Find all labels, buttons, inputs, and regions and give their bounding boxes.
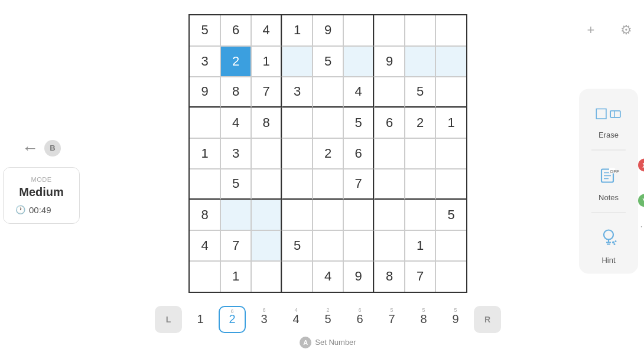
cell-r2-c1[interactable]: 8 [220, 77, 251, 107]
cell-r3-c2[interactable]: 8 [251, 107, 282, 138]
pad-number-3[interactable]: 63 [251, 306, 278, 333]
cell-r3-c3[interactable] [282, 107, 313, 138]
cell-r6-c0[interactable]: 8 [190, 200, 220, 230]
cell-r5-c8[interactable] [435, 169, 466, 200]
cell-r7-c0[interactable]: 4 [190, 230, 220, 261]
cell-r5-c2[interactable] [251, 169, 282, 200]
cell-r4-c7[interactable] [405, 138, 435, 169]
cell-r2-c4[interactable] [313, 77, 343, 107]
cell-r6-c4[interactable] [313, 200, 343, 230]
cell-r6-c3[interactable] [282, 200, 313, 230]
cell-r2-c5[interactable]: 4 [343, 77, 374, 107]
cell-r2-c6[interactable] [374, 77, 405, 107]
cell-r8-c0[interactable] [190, 261, 220, 292]
y-button[interactable]: Y [638, 194, 644, 207]
cell-r7-c4[interactable] [313, 230, 343, 261]
pad-number-5[interactable]: 25 [314, 306, 341, 333]
cell-r3-c5[interactable]: 5 [343, 107, 374, 138]
cell-r1-c5[interactable] [343, 46, 374, 77]
cell-r8-c8[interactable] [435, 261, 466, 292]
cell-r7-c6[interactable] [374, 230, 405, 261]
cell-r1-c3[interactable] [282, 46, 313, 77]
cell-r7-c7[interactable]: 1 [405, 230, 435, 261]
add-button[interactable]: + [578, 18, 603, 43]
cell-r8-c3[interactable] [282, 261, 313, 292]
cell-r6-c6[interactable] [374, 200, 405, 230]
cell-r0-c0[interactable]: 5 [190, 15, 220, 46]
hint-tool[interactable]: Hint [587, 223, 630, 264]
cell-r7-c8[interactable] [435, 230, 466, 261]
cell-r5-c1[interactable]: 5 [220, 169, 251, 200]
pad-number-8[interactable]: 58 [410, 306, 437, 333]
cell-r4-c5[interactable]: 6 [343, 138, 374, 169]
cell-r4-c6[interactable] [374, 138, 405, 169]
cell-r2-c0[interactable]: 9 [190, 77, 220, 107]
cell-r6-c2[interactable] [251, 200, 282, 230]
cell-r6-c8[interactable]: 5 [435, 200, 466, 230]
cell-r7-c3[interactable]: 5 [282, 230, 313, 261]
pad-number-2[interactable]: 62 [219, 306, 246, 333]
cell-r8-c7[interactable]: 7 [405, 261, 435, 292]
cell-r8-c2[interactable] [251, 261, 282, 292]
cell-r2-c3[interactable]: 3 [282, 77, 313, 107]
cell-r0-c5[interactable] [343, 15, 374, 46]
cell-r2-c2[interactable]: 7 [251, 77, 282, 107]
cell-r1-c7[interactable] [405, 46, 435, 77]
cell-r5-c3[interactable] [282, 169, 313, 200]
cell-r1-c6[interactable]: 9 [374, 46, 405, 77]
cell-r8-c4[interactable]: 4 [313, 261, 343, 292]
dots-button[interactable]: ⋯ [638, 220, 644, 233]
cell-r1-c1[interactable]: 2 [220, 46, 251, 77]
cell-r0-c8[interactable] [435, 15, 466, 46]
cell-r5-c7[interactable] [405, 169, 435, 200]
cell-r4-c8[interactable] [435, 138, 466, 169]
cell-r3-c4[interactable] [313, 107, 343, 138]
pad-number-6[interactable]: 66 [346, 306, 373, 333]
cell-r5-c5[interactable]: 7 [343, 169, 374, 200]
cell-r0-c4[interactable]: 9 [313, 15, 343, 46]
cell-r0-c1[interactable]: 6 [220, 15, 251, 46]
x-button[interactable]: X [638, 159, 644, 172]
cell-r8-c1[interactable]: 1 [220, 261, 251, 292]
cell-r2-c8[interactable] [435, 77, 466, 107]
erase-tool[interactable]: ◻ Erase [587, 98, 630, 139]
cell-r1-c0[interactable]: 3 [190, 46, 220, 77]
pad-right-button[interactable]: R [474, 306, 501, 333]
cell-r7-c2[interactable] [251, 230, 282, 261]
cell-r1-c4[interactable]: 5 [313, 46, 343, 77]
cell-r6-c7[interactable] [405, 200, 435, 230]
settings-button[interactable]: ⚙ [614, 18, 639, 43]
cell-r0-c6[interactable] [374, 15, 405, 46]
cell-r8-c6[interactable]: 8 [374, 261, 405, 292]
cell-r0-c2[interactable]: 4 [251, 15, 282, 46]
cell-r1-c8[interactable] [435, 46, 466, 77]
cell-r2-c7[interactable]: 5 [405, 77, 435, 107]
cell-r4-c1[interactable]: 3 [220, 138, 251, 169]
cell-r0-c3[interactable]: 1 [282, 15, 313, 46]
cell-r6-c1[interactable] [220, 200, 251, 230]
pad-number-4[interactable]: 44 [282, 306, 310, 333]
pad-number-9[interactable]: 59 [442, 306, 469, 333]
cell-r3-c8[interactable]: 1 [435, 107, 466, 138]
cell-r3-c6[interactable]: 6 [374, 107, 405, 138]
cell-r3-c0[interactable] [190, 107, 220, 138]
cell-r4-c2[interactable] [251, 138, 282, 169]
pad-left-button[interactable]: L [155, 306, 182, 333]
cell-r7-c1[interactable]: 7 [220, 230, 251, 261]
notes-tool[interactable]: OFF Notes [587, 161, 630, 201]
pad-number-1[interactable]: 1 [187, 306, 214, 333]
cell-r4-c0[interactable]: 1 [190, 138, 220, 169]
cell-r8-c5[interactable]: 9 [343, 261, 374, 292]
cell-r5-c0[interactable] [190, 169, 220, 200]
cell-r6-c5[interactable] [343, 200, 374, 230]
cell-r1-c2[interactable]: 1 [251, 46, 282, 77]
cell-r5-c4[interactable] [313, 169, 343, 200]
back-button[interactable]: ← [22, 139, 38, 158]
cell-r4-c3[interactable] [282, 138, 313, 169]
cell-r3-c1[interactable]: 4 [220, 107, 251, 138]
cell-r7-c5[interactable] [343, 230, 374, 261]
cell-r0-c7[interactable] [405, 15, 435, 46]
pad-number-7[interactable]: 57 [378, 306, 405, 333]
cell-r5-c6[interactable] [374, 169, 405, 200]
cell-r3-c7[interactable]: 2 [405, 107, 435, 138]
